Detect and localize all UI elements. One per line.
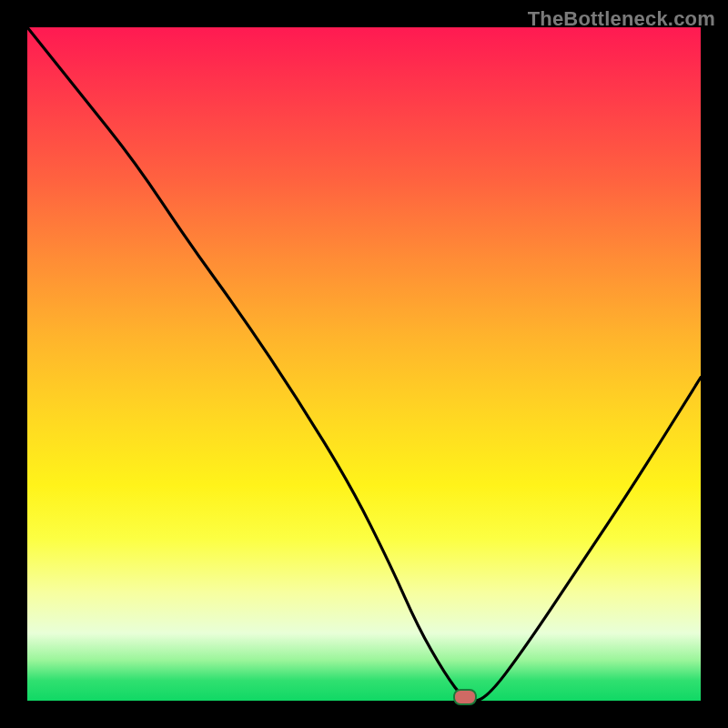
bottleneck-curve: [27, 27, 701, 701]
chart-frame: TheBottleneck.com: [0, 0, 728, 728]
watermark-text: TheBottleneck.com: [528, 7, 715, 31]
optimal-marker: [453, 689, 477, 705]
plot-area: [27, 27, 701, 701]
